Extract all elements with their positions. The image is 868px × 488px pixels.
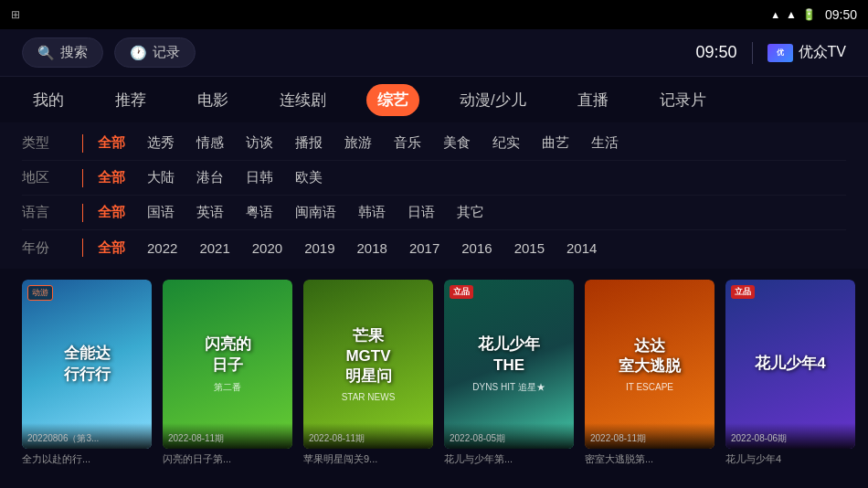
status-bar-left: ⊞ Ai [11, 8, 20, 21]
content-card-3[interactable]: 芒果 MGTV 明星问STAR NEWS2022-08-11期苹果明星闯关9..… [303, 280, 433, 466]
card-date-2: 2022-08-11期 [163, 423, 292, 449]
filter-type-8[interactable]: 纪实 [492, 134, 520, 152]
tab-live[interactable]: 直播 [566, 84, 619, 116]
card-main-title-5: 达达 室大逃脱 [619, 336, 681, 377]
nav-time: 09:50 [696, 43, 737, 62]
record-button[interactable]: 🕐 记录 [114, 37, 196, 68]
app-indicator: ⊞ [11, 8, 20, 21]
filter-type-4[interactable]: 播报 [295, 134, 323, 152]
tab-my[interactable]: 我的 [22, 84, 75, 116]
tab-documentary[interactable]: 记录片 [649, 84, 717, 116]
card-bottom-title-5: 密室大逃脱第... [585, 452, 715, 466]
card-main-title-3: 芒果 MGTV 明星问 [345, 326, 392, 387]
card-main-title-2: 闪亮的 日子 [205, 334, 251, 375]
card-sub-title-2: 第二番 [214, 381, 241, 394]
tab-anime[interactable]: 动漫/少儿 [449, 84, 537, 116]
status-bar-right: ▲ ▲ 🔋 09:50 [770, 7, 857, 22]
filter-sep-year [82, 239, 83, 257]
content-grid: 动游全能达 行行行20220806（第3...全力以赴的行...闪亮的 日子第二… [0, 269, 868, 477]
filter-label-language: 语言 [22, 204, 68, 221]
card-date-1: 20220806（第3... [22, 423, 152, 449]
filter-options-language: 全部 国语 英语 粤语 闽南语 韩语 日语 其它 [98, 204, 484, 221]
content-card-6[interactable]: 立品花儿少年42022-08-06期花儿与少年4 [725, 280, 855, 466]
card-bottom-title-6: 花儿与少年4 [725, 452, 855, 466]
tab-movie[interactable]: 电影 [186, 84, 239, 116]
filter-type-2[interactable]: 情感 [196, 134, 224, 152]
search-label: 搜索 [60, 44, 88, 61]
filter-options-year: 全部 2022 2021 2020 2019 2018 2017 2016 20… [98, 239, 597, 257]
filter-type-3[interactable]: 访谈 [246, 134, 273, 152]
status-bar: ⊞ Ai ▲ ▲ 🔋 09:50 [0, 0, 868, 29]
filter-lang-all[interactable]: 全部 [98, 204, 125, 221]
filter-year-5[interactable]: 2018 [357, 240, 387, 256]
card-date-5: 2022-08-11期 [585, 423, 715, 449]
filter-year-3[interactable]: 2020 [252, 240, 282, 256]
top-nav-right: 09:50 优 优众TV [696, 42, 847, 64]
filter-lang-7[interactable]: 其它 [457, 204, 484, 221]
content-card-4[interactable]: 立品花儿少年 THEDYNS HIT 追星★2022-08-05期花儿与少年第.… [444, 280, 574, 466]
filter-row-type: 类型 全部 选秀 情感 访谈 播报 旅游 音乐 美食 纪实 曲艺 生活 [22, 126, 846, 161]
filter-region-4[interactable]: 欧美 [295, 169, 323, 186]
filter-region-3[interactable]: 日韩 [246, 169, 273, 186]
tab-series[interactable]: 连续剧 [269, 84, 337, 116]
filter-year-4[interactable]: 2019 [304, 240, 334, 256]
status-time: 09:50 [825, 7, 857, 22]
filter-region-all[interactable]: 全部 [98, 169, 125, 186]
filter-lang-6[interactable]: 日语 [408, 204, 435, 221]
card-main-title-1: 全能达 行行行 [64, 344, 111, 384]
filter-type-5[interactable]: 旅游 [344, 134, 372, 152]
card-bottom-title-3: 苹果明星闯关9... [303, 452, 433, 466]
filter-lang-3[interactable]: 粤语 [246, 204, 273, 221]
filter-sep-language [82, 204, 83, 222]
filter-region-1[interactable]: 大陆 [147, 169, 175, 186]
card-date-6: 2022-08-06期 [725, 423, 855, 449]
filter-type-1[interactable]: 选秀 [147, 134, 175, 152]
filter-year-1[interactable]: 2022 [147, 240, 177, 256]
filter-type-7[interactable]: 美食 [443, 134, 471, 152]
card-sub-title-3: STAR NEWS [342, 392, 396, 402]
card-bottom-title-2: 闪亮的日子第... [163, 452, 292, 466]
filter-row-year: 年份 全部 2022 2021 2020 2019 2018 2017 2016… [22, 230, 846, 265]
filter-lang-2[interactable]: 英语 [196, 204, 224, 221]
filter-label-region: 地区 [22, 169, 68, 186]
brand-icon: 优 [767, 44, 793, 62]
card-sub-title-4: DYNS HIT 追星★ [472, 381, 545, 394]
tab-recommend[interactable]: 推荐 [104, 84, 157, 116]
card-bottom-title-1: 全力以赴的行... [22, 452, 152, 466]
filter-row-region: 地区 全部 大陆 港台 日韩 欧美 [22, 161, 846, 196]
filter-region-2[interactable]: 港台 [196, 169, 224, 186]
filter-year-6[interactable]: 2017 [409, 240, 439, 256]
content-card-5[interactable]: 达达 室大逃脱IT ESCAPE2022-08-11期密室大逃脱第... [585, 280, 715, 466]
tab-variety[interactable]: 综艺 [366, 84, 419, 116]
filter-lang-5[interactable]: 韩语 [358, 204, 386, 221]
filter-year-9[interactable]: 2014 [566, 240, 597, 256]
wifi-icon: ▲ [786, 8, 797, 21]
filter-label-year: 年份 [22, 239, 68, 257]
card-badge-1: 动游 [27, 285, 53, 301]
filter-type-all[interactable]: 全部 [98, 134, 125, 152]
signal-icon: ▲ [770, 9, 780, 20]
card-date-4: 2022-08-05期 [444, 423, 574, 449]
filter-sep-region [82, 169, 83, 187]
filter-options-type: 全部 选秀 情感 访谈 播报 旅游 音乐 美食 纪实 曲艺 生活 [98, 134, 619, 152]
filter-year-8[interactable]: 2015 [514, 240, 545, 256]
search-button[interactable]: 🔍 搜索 [22, 37, 103, 68]
card-main-title-4: 花儿少年 THE [478, 334, 540, 375]
search-icon: 🔍 [37, 45, 55, 61]
clock-icon: 🕐 [130, 45, 147, 61]
filter-type-10[interactable]: 生活 [591, 134, 619, 152]
nav-divider [752, 42, 753, 64]
filter-type-6[interactable]: 音乐 [394, 134, 421, 152]
filter-year-all[interactable]: 全部 [98, 239, 125, 257]
filter-year-7[interactable]: 2016 [461, 240, 492, 256]
filter-lang-1[interactable]: 国语 [147, 204, 175, 221]
filter-lang-4[interactable]: 闽南语 [295, 204, 336, 221]
top-nav-buttons: 🔍 搜索 🕐 记录 [22, 37, 196, 68]
filter-type-9[interactable]: 曲艺 [542, 134, 569, 152]
content-card-2[interactable]: 闪亮的 日子第二番2022-08-11期闪亮的日子第... [163, 280, 292, 466]
card-li-badge-6: 立品 [731, 285, 755, 299]
card-bottom-title-4: 花儿与少年第... [444, 452, 574, 466]
top-nav: 🔍 搜索 🕐 记录 09:50 优 优众TV [0, 29, 868, 77]
content-card-1[interactable]: 动游全能达 行行行20220806（第3...全力以赴的行... [22, 280, 152, 466]
filter-year-2[interactable]: 2021 [199, 240, 229, 256]
